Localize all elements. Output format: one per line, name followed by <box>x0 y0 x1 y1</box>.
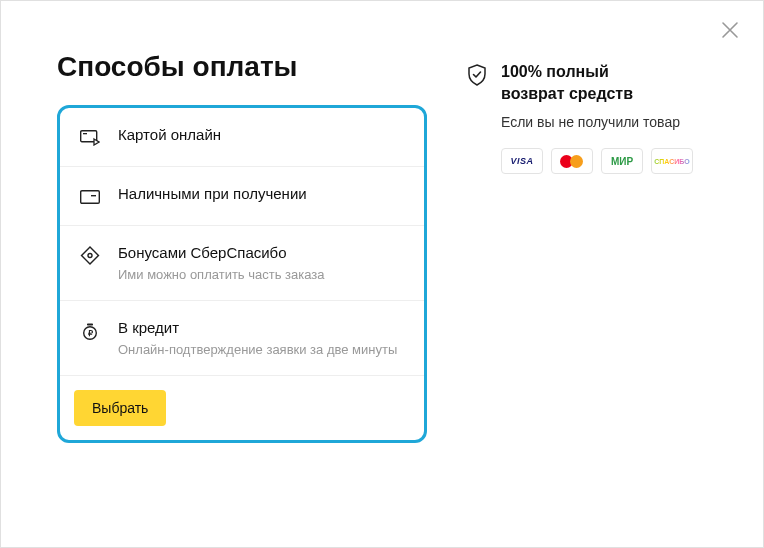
payment-option-label: Наличными при получении <box>118 185 307 202</box>
svg-point-5 <box>88 254 92 258</box>
svg-rect-2 <box>81 191 100 204</box>
guarantee-sub: Если вы не получили товар <box>501 114 680 130</box>
svg-rect-8 <box>87 324 93 326</box>
mastercard-badge <box>551 148 593 174</box>
select-button[interactable]: Выбрать <box>74 390 166 426</box>
payment-badges: VISA МИР СПАСИБО <box>501 148 693 174</box>
card-online-icon <box>80 128 100 148</box>
payment-option-label: Бонусами СберСпасибо <box>118 244 325 261</box>
payment-option-label: В кредит <box>118 319 397 336</box>
close-icon[interactable] <box>721 21 739 43</box>
visa-badge: VISA <box>501 148 543 174</box>
credit-icon: ₽ <box>80 321 100 341</box>
page-title: Способы оплаты <box>57 51 427 83</box>
shield-check-icon <box>467 64 487 86</box>
cash-icon <box>80 187 100 207</box>
svg-rect-1 <box>83 133 87 134</box>
svg-rect-3 <box>91 195 96 196</box>
payment-options-panel: Картой онлайн Наличными при получении Бо… <box>57 105 427 443</box>
spasibo-badge: СПАСИБО <box>651 148 693 174</box>
svg-text:₽: ₽ <box>88 329 93 338</box>
svg-rect-4 <box>82 247 99 264</box>
payment-option-sub: Ими можно оплатить часть заказа <box>118 267 325 282</box>
payment-option-label: Картой онлайн <box>118 126 221 143</box>
payment-option-cash[interactable]: Наличными при получении <box>60 167 424 226</box>
payment-option-card-online[interactable]: Картой онлайн <box>60 108 424 167</box>
bonus-icon <box>80 246 100 266</box>
mir-badge: МИР <box>601 148 643 174</box>
payment-option-sber-bonus[interactable]: Бонусами СберСпасибо Ими можно оплатить … <box>60 226 424 301</box>
payment-option-sub: Онлайн-подтверждение заявки за две минут… <box>118 342 397 357</box>
guarantee-title: 100% полный возврат средств <box>501 61 680 104</box>
payment-option-credit[interactable]: ₽ В кредит Онлайн-подтверждение заявки з… <box>60 301 424 376</box>
guarantee-block: 100% полный возврат средств Если вы не п… <box>467 61 693 130</box>
